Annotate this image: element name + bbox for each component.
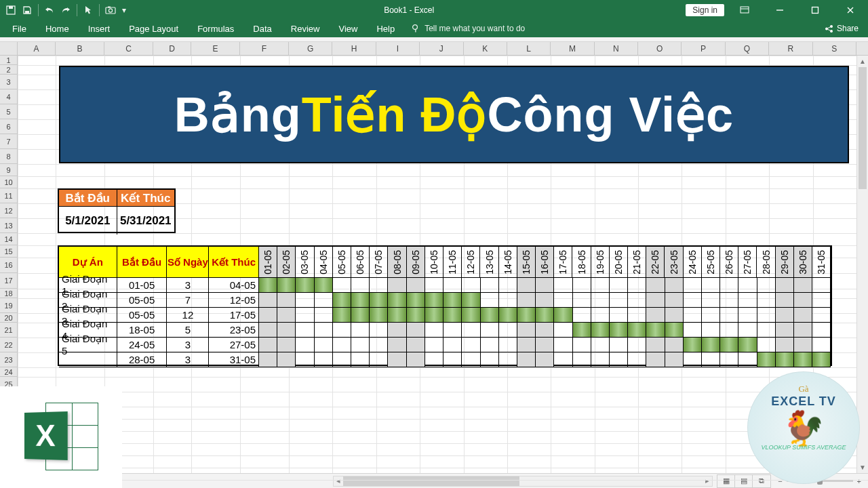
gantt-bar-cell[interactable] (573, 323, 591, 338)
col-header-J[interactable]: J (420, 42, 463, 55)
gantt-empty-cell[interactable] (315, 293, 333, 308)
gantt-bar-cell[interactable] (646, 323, 665, 338)
gantt-cell[interactable]: 17-05 (209, 308, 259, 323)
vertical-scrollbar[interactable]: ▲ ▼ (856, 56, 868, 473)
share-button[interactable]: Share (825, 24, 865, 33)
gantt-empty-cell[interactable] (720, 293, 738, 308)
gantt-empty-cell[interactable] (517, 338, 536, 352)
gantt-cell[interactable]: 05-05 (117, 293, 167, 308)
gantt-empty-cell[interactable] (277, 293, 296, 308)
gantt-empty-cell[interactable] (812, 338, 831, 352)
gantt-empty-cell[interactable] (499, 352, 517, 367)
gantt-bar-cell[interactable] (812, 352, 831, 367)
gantt-empty-cell[interactable] (665, 338, 684, 352)
gantt-empty-cell[interactable] (610, 338, 628, 352)
gantt-empty-cell[interactable] (812, 278, 831, 293)
page-break-view-icon[interactable]: ⧉ (753, 475, 770, 487)
gantt-cell[interactable]: 05-05 (117, 308, 167, 323)
gantt-empty-cell[interactable] (388, 338, 406, 352)
gantt-empty-cell[interactable] (481, 323, 499, 338)
gantt-empty-cell[interactable] (462, 323, 480, 338)
gantt-cell[interactable] (59, 352, 117, 367)
row-header-19[interactable]: 19 (0, 298, 18, 313)
row-header-18[interactable]: 18 (0, 289, 18, 298)
row-header-6[interactable]: 6 (0, 119, 18, 134)
gantt-empty-cell[interactable] (554, 278, 572, 293)
gantt-empty-cell[interactable] (591, 293, 610, 308)
gantt-empty-cell[interactable] (351, 278, 370, 293)
gantt-cell[interactable]: 28-05 (117, 352, 167, 367)
gantt-empty-cell[interactable] (351, 323, 370, 338)
gantt-empty-cell[interactable] (684, 323, 702, 338)
gantt-cell[interactable]: 3 (167, 278, 209, 293)
gantt-cell[interactable]: 31-05 (209, 352, 259, 367)
gantt-bar-cell[interactable] (333, 293, 351, 308)
col-header-P[interactable]: P (682, 42, 725, 55)
row-header-11[interactable]: 11 (0, 188, 18, 203)
gantt-empty-cell[interactable] (646, 308, 665, 323)
autosave-icon[interactable] (4, 3, 18, 17)
gantt-empty-cell[interactable] (351, 338, 370, 352)
gantt-empty-cell[interactable] (554, 323, 572, 338)
col-header-O[interactable]: O (638, 42, 682, 55)
gantt-empty-cell[interactable] (702, 278, 720, 293)
gantt-empty-cell[interactable] (554, 293, 572, 308)
tab-data[interactable]: Data (243, 21, 281, 37)
gantt-empty-cell[interactable] (610, 278, 628, 293)
redo-icon[interactable] (59, 3, 73, 17)
gantt-bar-cell[interactable] (351, 308, 370, 323)
horizontal-scrollbar[interactable]: ◂ ▸ (333, 476, 713, 487)
gantt-empty-cell[interactable] (628, 338, 646, 352)
row-header-5[interactable]: 5 (0, 104, 18, 119)
gantt-empty-cell[interactable] (554, 338, 572, 352)
view-buttons[interactable]: ▦ ▤ ⧉ (717, 474, 771, 488)
col-header-H[interactable]: H (332, 42, 376, 55)
gantt-empty-cell[interactable] (738, 293, 757, 308)
gantt-empty-cell[interactable] (499, 293, 517, 308)
gantt-empty-cell[interactable] (481, 338, 499, 352)
gantt-bar-cell[interactable] (481, 308, 499, 323)
gantt-empty-cell[interactable] (738, 278, 757, 293)
row-header-12[interactable]: 12 (0, 203, 18, 218)
close-button[interactable] (835, 0, 865, 20)
gantt-empty-cell[interactable] (259, 323, 277, 338)
gantt-empty-cell[interactable] (443, 338, 462, 352)
gantt-empty-cell[interactable] (738, 308, 757, 323)
gantt-empty-cell[interactable] (425, 352, 443, 367)
gantt-empty-cell[interactable] (517, 293, 536, 308)
tab-home[interactable]: Home (36, 21, 79, 37)
row-header-22[interactable]: 22 (0, 338, 18, 352)
row-header-1[interactable]: 1 (0, 56, 18, 65)
gantt-empty-cell[interactable] (776, 308, 794, 323)
camera-icon[interactable] (104, 3, 117, 17)
col-header-G[interactable]: G (289, 42, 332, 55)
sign-in-button[interactable]: Sign in (686, 4, 724, 16)
gantt-empty-cell[interactable] (738, 323, 757, 338)
gantt-bar-cell[interactable] (702, 338, 720, 352)
gantt-empty-cell[interactable] (720, 352, 738, 367)
gantt-empty-cell[interactable] (536, 278, 554, 293)
row-header-4[interactable]: 4 (0, 89, 18, 104)
tab-file[interactable]: File (3, 21, 36, 37)
gantt-bar-cell[interactable] (738, 338, 757, 352)
gantt-empty-cell[interactable] (591, 278, 610, 293)
gantt-empty-cell[interactable] (646, 338, 665, 352)
gantt-cell[interactable]: 24-05 (117, 338, 167, 352)
gantt-empty-cell[interactable] (259, 308, 277, 323)
gantt-empty-cell[interactable] (277, 323, 296, 338)
maximize-button[interactable] (800, 0, 830, 20)
gantt-empty-cell[interactable] (738, 352, 757, 367)
col-header-Q[interactable]: Q (726, 42, 769, 55)
gantt-empty-cell[interactable] (296, 323, 314, 338)
row-header-10[interactable]: 10 (0, 176, 18, 188)
gantt-cell[interactable]: 3 (167, 352, 209, 367)
gantt-empty-cell[interactable] (573, 352, 591, 367)
gantt-empty-cell[interactable] (665, 278, 684, 293)
col-header-S[interactable]: S (813, 42, 856, 55)
gantt-empty-cell[interactable] (794, 278, 812, 293)
gantt-empty-cell[interactable] (536, 293, 554, 308)
gantt-empty-cell[interactable] (702, 352, 720, 367)
gantt-empty-cell[interactable] (277, 352, 296, 367)
gantt-empty-cell[interactable] (259, 293, 277, 308)
row-header-17[interactable]: 17 (0, 273, 18, 289)
